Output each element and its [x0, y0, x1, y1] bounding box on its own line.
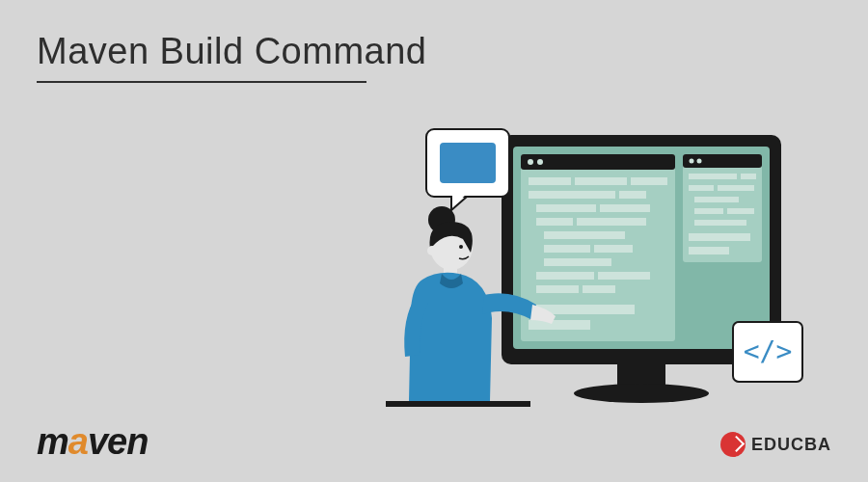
- svg-rect-46: [440, 143, 496, 183]
- maven-logo-m: m: [37, 421, 68, 462]
- svg-rect-10: [631, 177, 667, 185]
- svg-rect-16: [577, 218, 646, 226]
- svg-point-30: [697, 159, 702, 164]
- svg-rect-8: [529, 177, 571, 185]
- svg-point-51: [459, 245, 463, 249]
- svg-rect-19: [594, 245, 633, 253]
- svg-rect-39: [689, 233, 750, 241]
- svg-rect-26: [529, 320, 590, 330]
- svg-rect-21: [536, 272, 594, 280]
- svg-rect-9: [575, 177, 627, 185]
- svg-rect-33: [689, 185, 714, 191]
- svg-rect-32: [741, 174, 756, 179]
- maven-logo-rest: ven: [88, 421, 148, 462]
- svg-rect-11: [529, 191, 615, 199]
- svg-rect-37: [727, 208, 754, 214]
- svg-rect-18: [544, 245, 590, 253]
- svg-rect-13: [536, 204, 596, 212]
- svg-point-7: [537, 159, 543, 165]
- svg-rect-22: [598, 272, 650, 280]
- svg-rect-52: [386, 401, 530, 407]
- maven-logo: maven: [37, 421, 148, 463]
- maven-logo-a: a: [68, 421, 88, 462]
- svg-rect-20: [544, 258, 611, 266]
- svg-rect-40: [689, 247, 729, 254]
- svg-point-49: [427, 246, 437, 255]
- educba-logo: EDUCBA: [720, 432, 831, 457]
- svg-rect-31: [689, 174, 737, 179]
- svg-rect-34: [718, 185, 754, 191]
- svg-rect-35: [694, 197, 739, 202]
- educba-text: EDUCBA: [751, 435, 831, 455]
- svg-rect-17: [544, 231, 625, 239]
- svg-point-1: [574, 384, 709, 403]
- svg-rect-5: [521, 154, 675, 170]
- svg-text:</>: </>: [744, 335, 793, 367]
- svg-rect-12: [619, 191, 646, 199]
- hero-illustration: </>: [366, 116, 829, 443]
- svg-rect-23: [536, 285, 579, 293]
- page-title: Maven Build Command: [37, 31, 426, 72]
- svg-rect-15: [536, 218, 573, 226]
- svg-point-6: [528, 159, 533, 165]
- svg-rect-28: [683, 154, 762, 168]
- svg-rect-36: [694, 208, 723, 214]
- svg-point-29: [690, 159, 694, 164]
- svg-rect-24: [583, 285, 615, 293]
- title-underline: [37, 81, 366, 83]
- svg-rect-14: [600, 204, 650, 212]
- educba-icon: [720, 432, 746, 457]
- svg-rect-38: [694, 220, 746, 226]
